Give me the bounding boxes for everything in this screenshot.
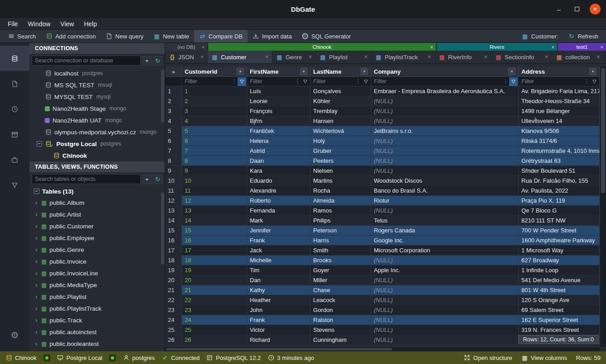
table-row[interactable]: 2525VictorStevens(NULL)319 N. Frances St… (165, 325, 606, 335)
connections-scrollbar[interactable] (161, 69, 164, 123)
add-table-small-button[interactable]: + (142, 175, 152, 184)
table-row[interactable]: 1616FrankHarrisGoogle Inc.1600 Amphithea… (165, 236, 606, 246)
filter-menu-icon[interactable]: ⋮ (231, 78, 238, 85)
table-row[interactable]: 33FrançoisTremblay(NULL)1498 rue Bélange… (165, 106, 606, 116)
chevron-right-icon[interactable]: › (34, 234, 38, 241)
chevron-right-icon[interactable]: › (34, 305, 38, 312)
table-row[interactable]: 1212RobertoAlmeidaRioturPraça Pio X, 119 (165, 196, 606, 206)
close-tab-icon[interactable]: × (265, 54, 268, 60)
sidebar-apps-button[interactable] (0, 147, 29, 172)
sidebar-archive-button[interactable] (0, 122, 29, 147)
chevron-right-icon[interactable]: › (34, 211, 38, 218)
sidebar-files-button[interactable] (0, 71, 29, 96)
filter-input-company[interactable] (371, 78, 502, 85)
table-item-public-album[interactable]: ›▦public.Album (29, 197, 165, 208)
tables-group-row[interactable]: − Tables (13) (29, 186, 165, 197)
table-row[interactable]: 88DaanPeeters(NULL)Grétrystraat 63 (165, 156, 606, 166)
table-row[interactable]: 1313FernandaRamos(NULL)Qe 7 Bloco G (165, 206, 606, 216)
table-row[interactable]: 1515JenniferPetersonRogers Canada700 W P… (165, 226, 606, 236)
menu-help[interactable]: Help (79, 19, 102, 29)
table-item-public-playlisttrack[interactable]: ›▦public.PlaylistTrack (29, 303, 165, 314)
table-row[interactable]: 2424FrankRalston(NULL)162 E Superior Str… (165, 315, 606, 325)
database-item-chinook[interactable]: Chinook (29, 150, 165, 161)
table-row[interactable]: 1818MichelleBrooks(NULL)627 Broadway (165, 255, 606, 265)
tab-playlisttrack[interactable]: ▦PlaylistTrack× (372, 51, 434, 63)
close-tab-icon[interactable]: × (364, 54, 367, 60)
table-item-public-artist[interactable]: ›▦public.Artist (29, 208, 165, 220)
table-row[interactable]: 1111AlexandreRochaBanco do Brasil S.A.Av… (165, 186, 606, 196)
vertical-scrollbar-thumb[interactable] (601, 68, 605, 193)
refresh-connections-button[interactable]: ↻ (153, 56, 162, 66)
filter-menu-icon[interactable]: ⋮ (355, 78, 362, 85)
table-item-public-track[interactable]: ›▦public.Track (29, 314, 165, 326)
refresh-tables-button[interactable]: ↻ (153, 175, 162, 184)
table-row[interactable]: 22LeonieKöhler(NULL)Theodor-Heuss-Straße… (165, 96, 606, 106)
table-item-public-mediatype[interactable]: ›▦public.MediaType (29, 279, 165, 291)
status-rows-59[interactable]: Rows: 59 (576, 355, 601, 361)
toolbar-compare-db-button[interactable]: ⇄Compare DB (194, 30, 248, 43)
table-row[interactable]: 55FrantičekWichterlováJetBrains s.r.o.Kl… (165, 126, 606, 136)
vertical-scrollbar[interactable] (600, 66, 606, 347)
maximize-button[interactable] (572, 4, 582, 14)
table-row[interactable]: 44BjřrnHansen(NULL)Ullevĺlsveien 14 (165, 116, 606, 126)
sidebar-connections-button[interactable] (0, 46, 29, 71)
table-row[interactable]: 11LuísGonçalvesEmbraer - Empresa Brasile… (165, 86, 606, 96)
close-dbgroup-icon[interactable]: × (430, 44, 433, 50)
status-view-columns[interactable]: ▦View columns (521, 355, 567, 361)
close-dbgroup-icon[interactable]: × (202, 44, 205, 50)
chevron-right-icon[interactable]: › (34, 222, 38, 230)
chevron-right-icon[interactable]: › (34, 281, 38, 288)
toolbar-refresh-button[interactable]: ↻Refresh (563, 30, 603, 43)
table-item-public-invoiceline[interactable]: ›▦public.InvoiceLine (29, 267, 165, 279)
collapse-icon[interactable]: − (34, 189, 39, 194)
chevron-right-icon[interactable]: › (34, 269, 38, 277)
table-item-public-employee[interactable]: ›▦public.Employee (29, 232, 165, 244)
status-postgres[interactable]: postgres (123, 355, 155, 361)
table-row[interactable]: 99KaraNielsen(NULL)Sřnder Boulevard 51 (165, 166, 606, 176)
menu-file[interactable]: File (3, 19, 23, 29)
tab-sectioninfo[interactable]: ▦SectionInfo× (491, 51, 552, 63)
close-tab-icon[interactable]: × (309, 54, 312, 60)
column-dropdown-icon[interactable]: ▾ (361, 68, 368, 75)
table-row[interactable]: 66HelenaHolý(NULL)Rilská 3174/6 (165, 136, 606, 146)
table-item-public-autoinctest[interactable]: ›▦public.autoinctest (29, 326, 165, 338)
chevron-right-icon[interactable]: › (34, 293, 38, 300)
sidebar-history-button[interactable] (0, 96, 29, 122)
connections-search-input[interactable] (32, 56, 141, 66)
table-row[interactable]: 2121KathyChase(NULL)801 W 4th Street (165, 285, 606, 295)
filter-input-customerid[interactable] (182, 78, 231, 85)
connection-item-nano2health-stage[interactable]: Nano2Health Stagemongo (29, 103, 165, 114)
tables-search-input[interactable] (32, 174, 141, 184)
close-tab-icon[interactable]: × (428, 54, 431, 60)
horizontal-scrollbar-thumb[interactable] (166, 348, 392, 350)
filter-menu-icon[interactable]: ⋮ (502, 78, 509, 85)
status-connected[interactable]: ✓Connected (162, 355, 200, 361)
connection-item-ms-sql-test[interactable]: MS SQL TESTmssql (29, 79, 165, 91)
dbgroup-no-db[interactable]: (no DB)× (165, 43, 207, 51)
dbgroup-test1[interactable]: test1× (558, 43, 606, 51)
table-row[interactable]: 1010EduardoMartinsWoodstock DiscosRua Dr… (165, 176, 606, 186)
sidebar-settings-button[interactable]: ⚙ (0, 322, 29, 348)
toolbar-import-data-button[interactable]: Import data (248, 30, 297, 43)
chevron-right-icon[interactable]: › (34, 246, 38, 253)
toolbar-search-button[interactable]: Search (3, 30, 41, 43)
tab-genre[interactable]: ▦Genre× (272, 51, 315, 63)
grid-expand-all-button[interactable]: » (165, 66, 182, 76)
chevron-right-icon[interactable]: › (34, 258, 38, 265)
column-header-company[interactable]: Company▾ (371, 66, 519, 76)
add-connection-small-button[interactable]: + (142, 56, 152, 66)
column-dropdown-icon[interactable]: ▾ (589, 68, 596, 75)
status-postgre-local[interactable]: Postgre Local (57, 355, 103, 361)
menu-view[interactable]: View (55, 19, 79, 29)
table-item-public-invoice[interactable]: ›▦public.Invoice (29, 255, 165, 267)
toolbar-add-connection-button[interactable]: Add connection (41, 30, 101, 43)
filter-funnel-icon[interactable] (509, 77, 518, 86)
table-row[interactable]: 1919TimGoyerApple Inc.1 Infinite Loop (165, 265, 606, 275)
tab-collection[interactable]: ▦collection× (552, 51, 603, 63)
tab-customer[interactable]: ▦Customer× (208, 51, 272, 63)
chevron-right-icon[interactable]: › (34, 317, 38, 324)
table-item-public-genre[interactable]: ›▦public.Genre (29, 244, 165, 255)
column-dropdown-icon[interactable]: ▾ (508, 68, 515, 75)
status-chinook[interactable]: Chinook (5, 355, 37, 361)
chevron-right-icon[interactable]: › (34, 340, 38, 347)
